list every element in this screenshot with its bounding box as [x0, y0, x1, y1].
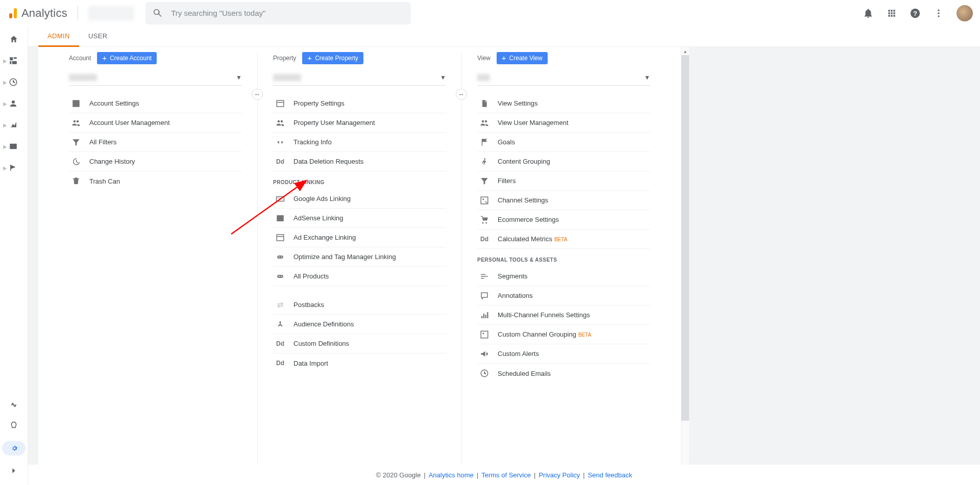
footer-link-tos[interactable]: Terms of Service	[481, 471, 531, 479]
google-ads-linking[interactable]: Google Ads Linking	[273, 189, 446, 209]
footer-link-privacy[interactable]: Privacy Policy	[538, 471, 580, 479]
people-icon	[275, 118, 285, 128]
account-column: Account +Create Account ▼ Account Settin…	[54, 52, 257, 475]
create-view-button[interactable]: +Create View	[497, 52, 548, 64]
property-selector-dropdown[interactable]: ▼	[273, 69, 446, 86]
search-input[interactable]	[171, 9, 404, 17]
workarea: ADMIN USER Account +Create Account ▼ Acc	[28, 27, 980, 485]
account-user-management[interactable]: Account User Management	[69, 113, 242, 133]
account-settings[interactable]: Account Settings	[69, 94, 242, 113]
account-selector-dropdown[interactable]: ▼	[69, 69, 242, 86]
filters[interactable]: Filters	[477, 171, 650, 191]
view-user-management[interactable]: View User Management	[477, 113, 650, 133]
menu-label: Custom Channel Grouping	[498, 330, 576, 338]
menu-label: AdSense Linking	[293, 214, 344, 222]
goals[interactable]: Goals	[477, 133, 650, 152]
calculated-metrics[interactable]: DdCalculated MetricsBETA	[477, 229, 650, 249]
filter-icon	[479, 176, 489, 186]
tab-user[interactable]: USER	[79, 27, 117, 47]
rail-audience[interactable]: ▶	[0, 99, 28, 108]
adsense-linking[interactable]: AdSense Linking	[273, 209, 446, 228]
create-property-button[interactable]: +Create Property	[302, 52, 363, 64]
branch-icon	[275, 319, 285, 329]
menu-label: Custom Alerts	[498, 350, 539, 358]
property-collapse-button[interactable]: ↔	[456, 89, 467, 100]
create-property-label: Create Property	[315, 55, 358, 62]
menu-label: All Products	[293, 272, 329, 280]
annotations[interactable]: Annotations	[477, 286, 650, 305]
rail-collapse[interactable]	[10, 467, 18, 475]
change-history[interactable]: Change History	[69, 152, 242, 171]
all-filters[interactable]: All Filters	[69, 133, 242, 152]
product-title: Analytics	[21, 7, 67, 20]
property-user-management[interactable]: Property User Management	[273, 113, 446, 133]
view-settings[interactable]: View Settings	[477, 94, 650, 113]
custom-alerts[interactable]: Custom Alerts	[477, 344, 650, 364]
svg-point-4	[938, 9, 939, 11]
rail-customization[interactable]: ▶	[0, 56, 28, 65]
menu-label: Account Settings	[89, 99, 139, 107]
dd-icon: Dd	[275, 157, 285, 167]
menu-label: All Filters	[89, 138, 116, 146]
svg-rect-8	[10, 144, 17, 149]
footer-link-feedback[interactable]: Send feedback	[588, 471, 632, 479]
rail-conversions[interactable]: ▶	[0, 163, 28, 172]
ad-exchange-linking[interactable]: Ad Exchange Linking	[273, 228, 446, 247]
rail-discover[interactable]	[9, 421, 18, 430]
channel-icon	[479, 195, 489, 206]
notifications-icon[interactable]	[863, 8, 874, 19]
product-logo[interactable]: Analytics	[7, 7, 67, 20]
rail-attribution[interactable]	[9, 400, 18, 410]
svg-point-16	[281, 256, 282, 257]
menu-label: Data Import	[293, 360, 328, 367]
custom-channel-grouping[interactable]: Custom Channel GroupingBETA	[477, 325, 650, 344]
rail-home[interactable]	[0, 35, 28, 44]
tracking-info[interactable]: Tracking Info	[273, 133, 446, 152]
property-settings[interactable]: Property Settings	[273, 94, 446, 113]
menu-label: Multi-Channel Funnels Settings	[498, 311, 590, 319]
svg-rect-13	[277, 235, 284, 241]
optimize-linking[interactable]: Optimize and Tag Manager Linking	[273, 247, 446, 267]
cart-icon	[479, 215, 489, 225]
search-box[interactable]	[145, 2, 411, 24]
account-collapse-button[interactable]: ↔	[252, 89, 263, 100]
menu-label: Annotations	[498, 292, 533, 299]
svg-rect-17	[277, 275, 283, 278]
tab-admin[interactable]: ADMIN	[38, 27, 79, 47]
rail-acquisition[interactable]: ▶	[0, 120, 28, 130]
audience-definitions[interactable]: Audience Definitions	[273, 315, 446, 334]
footer-link-home[interactable]: Analytics home	[429, 471, 474, 479]
beta-badge: BETA	[554, 237, 567, 242]
apps-icon[interactable]	[886, 8, 897, 19]
create-account-button[interactable]: +Create Account	[97, 52, 157, 64]
create-account-label: Create Account	[110, 55, 152, 62]
all-products[interactable]: All Products	[273, 267, 446, 286]
account-selector[interactable]	[88, 6, 134, 20]
menu-label: Property Settings	[293, 99, 345, 107]
scroll-thumb[interactable]	[681, 55, 689, 421]
menu-label: Custom Definitions	[293, 340, 349, 347]
svg-rect-9	[72, 100, 80, 107]
history-icon	[71, 157, 81, 167]
help-icon[interactable]: ?	[910, 8, 921, 19]
avatar[interactable]	[957, 5, 973, 21]
view-selector-dropdown[interactable]: ▼	[477, 69, 650, 86]
content-grouping[interactable]: Content Grouping	[477, 152, 650, 171]
segments[interactable]: Segments	[477, 267, 650, 286]
rail-realtime[interactable]: ▶	[0, 78, 28, 87]
rail-admin[interactable]	[2, 441, 26, 455]
clock-icon	[479, 368, 489, 378]
postbacks[interactable]: Postbacks	[273, 295, 446, 315]
data-deletion[interactable]: DdData Deletion Requests	[273, 152, 446, 171]
trash-can[interactable]: Trash Can	[69, 171, 242, 191]
channel-settings[interactable]: Channel Settings	[477, 191, 650, 210]
data-import[interactable]: DdData Import	[273, 353, 446, 373]
ecommerce-settings[interactable]: Ecommerce Settings	[477, 210, 650, 229]
mcf-settings[interactable]: Multi-Channel Funnels Settings	[477, 305, 650, 325]
more-icon[interactable]	[933, 8, 944, 19]
custom-definitions[interactable]: DdCustom Definitions	[273, 334, 446, 353]
scrollbar[interactable]: ▴	[681, 47, 689, 485]
scroll-up-icon[interactable]: ▴	[681, 47, 689, 55]
rail-behavior[interactable]: ▶	[0, 142, 28, 151]
scheduled-emails[interactable]: Scheduled Emails	[477, 364, 650, 383]
